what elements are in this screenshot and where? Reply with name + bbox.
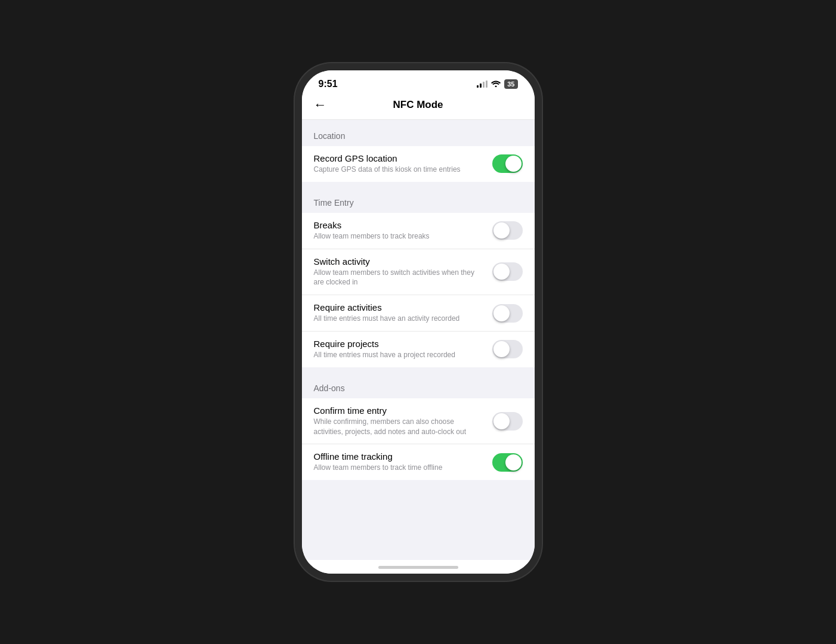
setting-row-offline-time-tracking: Offline time tracking Allow team members… (302, 444, 535, 480)
toggle-breaks[interactable] (492, 221, 523, 240)
section-body-add-ons: Confirm time entry While confirming, mem… (302, 398, 535, 480)
toggle-confirm-time-entry[interactable] (492, 412, 523, 431)
setting-label-require-projects: Require projects (314, 339, 483, 349)
page-title: NFC Mode (393, 99, 443, 111)
section-header-location: Location (302, 120, 535, 146)
toggle-offline-time-tracking[interactable] (492, 453, 523, 472)
section-header-add-ons: Add-ons (302, 372, 535, 398)
wifi-icon (491, 80, 501, 89)
setting-desc-require-projects: All time entries must have a project rec… (314, 350, 483, 360)
status-icons: 35 (477, 79, 517, 89)
status-time: 9:51 (319, 79, 338, 89)
section-title-location: Location (314, 131, 345, 141)
battery-icon: 35 (504, 79, 517, 89)
setting-label-breaks: Breaks (314, 220, 483, 230)
setting-label-require-activities: Require activities (314, 302, 483, 312)
phone-shell: 9:51 35 ← NFC Mode (302, 70, 535, 574)
setting-label-switch-activity: Switch activity (314, 256, 483, 267)
setting-desc-require-activities: All time entries must have an activity r… (314, 314, 483, 324)
home-indicator (302, 560, 535, 574)
section-title-time-entry: Time Entry (314, 198, 354, 208)
section-title-add-ons: Add-ons (314, 383, 345, 393)
setting-desc-breaks: Allow team members to track breaks (314, 231, 483, 242)
setting-label-confirm-time-entry: Confirm time entry (314, 405, 483, 416)
section-body-time-entry: Breaks Allow team members to track break… (302, 213, 535, 367)
toggle-require-activities[interactable] (492, 304, 523, 323)
setting-row-breaks: Breaks Allow team members to track break… (302, 213, 535, 249)
toggle-switch-activity[interactable] (492, 262, 523, 281)
setting-label-offline-time-tracking: Offline time tracking (314, 451, 483, 462)
section-time-entry: Time Entry Breaks Allow team members to … (302, 187, 535, 367)
section-add-ons: Add-ons Confirm time entry While confirm… (302, 372, 535, 480)
setting-row-require-projects: Require projects All time entries must h… (302, 332, 535, 367)
section-location: Location Record GPS location Capture GPS… (302, 120, 535, 182)
bottom-area (302, 480, 535, 516)
content-area: Location Record GPS location Capture GPS… (302, 120, 535, 560)
section-header-time-entry: Time Entry (302, 187, 535, 213)
back-button[interactable]: ← (314, 97, 327, 113)
setting-desc-record-gps: Capture GPS data of this kiosk on time e… (314, 165, 483, 175)
setting-row-confirm-time-entry: Confirm time entry While confirming, mem… (302, 398, 535, 445)
signal-icon (477, 80, 488, 88)
toggle-record-gps[interactable] (492, 154, 523, 173)
setting-row-record-gps: Record GPS location Capture GPS data of … (302, 146, 535, 182)
setting-row-switch-activity: Switch activity Allow team members to sw… (302, 249, 535, 296)
home-bar (378, 566, 458, 569)
status-bar: 9:51 35 (302, 70, 535, 93)
setting-desc-switch-activity: Allow team members to switch activities … (314, 268, 483, 288)
page-header: ← NFC Mode (302, 93, 535, 120)
toggle-require-projects[interactable] (492, 340, 523, 358)
setting-desc-offline-time-tracking: Allow team members to track time offline (314, 463, 483, 473)
setting-row-require-activities: Require activities All time entries must… (302, 295, 535, 332)
section-body-location: Record GPS location Capture GPS data of … (302, 146, 535, 182)
setting-label-record-gps: Record GPS location (314, 153, 483, 163)
setting-desc-confirm-time-entry: While confirming, members can also choos… (314, 417, 483, 437)
